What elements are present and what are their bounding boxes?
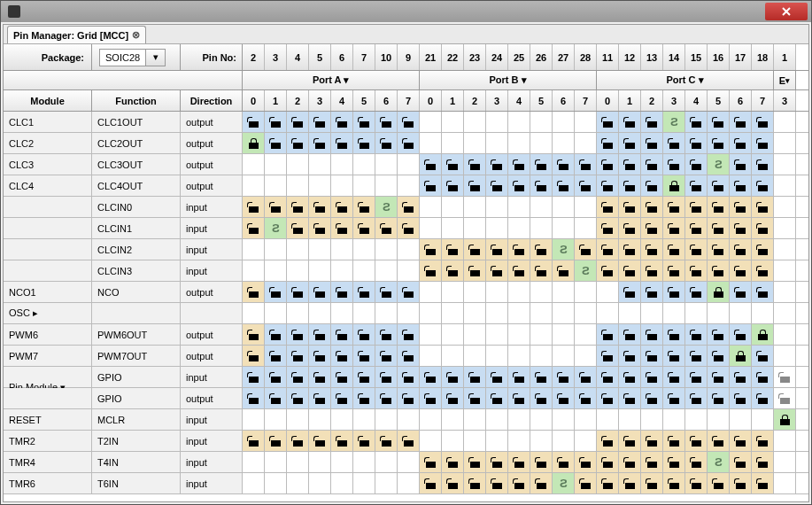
bit-header[interactable]: 2: [287, 90, 309, 111]
pin-cell[interactable]: [685, 324, 708, 345]
pin-cell[interactable]: [619, 282, 641, 302]
pin-cell[interactable]: [619, 346, 641, 366]
pin-cell[interactable]: [619, 175, 641, 196]
pin-cell[interactable]: [774, 282, 796, 302]
pin-cell[interactable]: [597, 473, 619, 493]
pin-cell[interactable]: [619, 473, 641, 493]
pin-cell[interactable]: [575, 112, 597, 132]
pin-cell[interactable]: [530, 324, 553, 345]
tab-pin-manager[interactable]: Pin Manager: Grid [MCC] ⊗: [7, 26, 146, 43]
pin-cell[interactable]: [752, 431, 774, 451]
pin-cell[interactable]: [752, 409, 774, 430]
pin-cell[interactable]: [663, 431, 685, 451]
pin-cell[interactable]: [508, 473, 530, 493]
pin-cell[interactable]: [641, 367, 663, 387]
pin-cell[interactable]: [685, 239, 708, 260]
pin-cell[interactable]: [752, 346, 774, 366]
pin-cell[interactable]: [243, 175, 265, 196]
bit-header[interactable]: 4: [331, 90, 353, 111]
pin-cell[interactable]: [309, 346, 331, 366]
pin-cell[interactable]: [309, 388, 331, 408]
pin-cell[interactable]: [597, 409, 619, 430]
pin-cell[interactable]: [353, 239, 375, 260]
pin-cell[interactable]: [331, 154, 353, 175]
module-cell[interactable]: CLC3: [4, 154, 92, 175]
pin-cell[interactable]: [243, 197, 265, 217]
pin-cell[interactable]: [530, 452, 553, 472]
pin-cell[interactable]: [464, 260, 486, 281]
pin-cell[interactable]: [597, 282, 619, 302]
pin-cell[interactable]: [530, 346, 553, 366]
pin-cell[interactable]: [508, 324, 530, 345]
bit-header[interactable]: 2: [641, 90, 663, 111]
pin-cell[interactable]: [331, 260, 353, 281]
pin-cell[interactable]: [774, 324, 796, 345]
pin-cell[interactable]: [752, 282, 774, 302]
pin-cell[interactable]: [442, 197, 464, 217]
pin-cell[interactable]: [553, 346, 575, 366]
pin-cell[interactable]: [708, 197, 730, 217]
pin-cell[interactable]: [464, 409, 486, 430]
pin-cell[interactable]: [752, 303, 774, 323]
pin-cell[interactable]: [398, 388, 420, 408]
pin-cell[interactable]: [243, 431, 265, 451]
pin-cell[interactable]: [730, 218, 752, 238]
pin-cell[interactable]: [287, 409, 309, 430]
pin-cell[interactable]: [265, 112, 287, 132]
pin-cell[interactable]: [398, 197, 420, 217]
pin-cell[interactable]: [619, 431, 641, 451]
pin-cell[interactable]: [375, 133, 398, 153]
pin-cell[interactable]: [375, 431, 398, 451]
module-cell[interactable]: CLC4: [4, 175, 92, 196]
bit-header[interactable]: 6: [730, 90, 752, 111]
pin-cell[interactable]: [663, 452, 685, 472]
pin-cell[interactable]: [331, 388, 353, 408]
pin-cell[interactable]: [398, 324, 420, 345]
pin-cell[interactable]: [265, 303, 287, 323]
pin-cell[interactable]: [597, 388, 619, 408]
pin-cell[interactable]: [486, 324, 508, 345]
pin-cell[interactable]: [442, 409, 464, 430]
pin-cell[interactable]: [375, 260, 398, 281]
pin-cell[interactable]: [420, 154, 442, 175]
pin-cell[interactable]: [375, 239, 398, 260]
pin-cell[interactable]: [597, 112, 619, 132]
pin-cell[interactable]: [619, 133, 641, 153]
pin-cell[interactable]: [331, 282, 353, 302]
pin-cell[interactable]: [619, 260, 641, 281]
pin-cell[interactable]: [353, 367, 375, 387]
pin-cell[interactable]: [663, 154, 685, 175]
pin-cell[interactable]: [553, 197, 575, 217]
pin-cell[interactable]: [619, 367, 641, 387]
pin-cell[interactable]: [442, 239, 464, 260]
pin-cell[interactable]: [752, 218, 774, 238]
pin-cell[interactable]: [752, 260, 774, 281]
pin-cell[interactable]: [464, 112, 486, 132]
pin-cell[interactable]: [353, 473, 375, 493]
pin-cell[interactable]: [375, 388, 398, 408]
pin-cell[interactable]: [243, 282, 265, 302]
pin-cell[interactable]: [641, 303, 663, 323]
pin-cell[interactable]: [420, 260, 442, 281]
pin-cell[interactable]: [243, 346, 265, 366]
pin-cell[interactable]: [309, 409, 331, 430]
pin-cell[interactable]: [685, 197, 708, 217]
pin-cell[interactable]: [575, 431, 597, 451]
pin-cell[interactable]: [420, 239, 442, 260]
pin-cell[interactable]: [375, 175, 398, 196]
pin-cell[interactable]: [398, 239, 420, 260]
module-cell[interactable]: [4, 218, 92, 238]
pin-cell[interactable]: [331, 346, 353, 366]
pin-cell[interactable]: [641, 346, 663, 366]
pin-cell[interactable]: [663, 175, 685, 196]
pin-cell[interactable]: [685, 218, 708, 238]
pin-cell[interactable]: [641, 388, 663, 408]
pin-cell[interactable]: [243, 452, 265, 472]
pin-cell[interactable]: [265, 282, 287, 302]
pin-cell[interactable]: [420, 218, 442, 238]
pin-cell[interactable]: [265, 175, 287, 196]
pin-cell[interactable]: [597, 197, 619, 217]
pin-cell[interactable]: [464, 367, 486, 387]
port-group-port-c[interactable]: Port C ▾: [597, 71, 774, 89]
pin-cell[interactable]: [553, 175, 575, 196]
